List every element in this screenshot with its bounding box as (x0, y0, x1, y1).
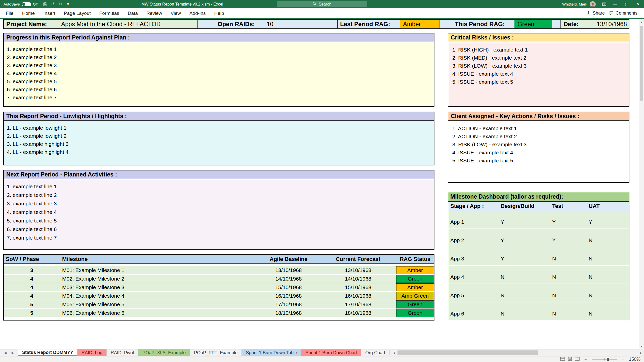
date-value[interactable]: 13/10/1968 (590, 20, 629, 28)
uat-cell[interactable]: Y (587, 219, 629, 225)
menu-help[interactable]: Help (210, 8, 228, 18)
text-line[interactable]: 5. example text line 5 (7, 216, 431, 225)
text-line[interactable]: 3. example text line 3 (7, 199, 431, 208)
milestone-cell[interactable]: M04: Example Milestone 4 (60, 293, 257, 299)
text-line[interactable]: 7. example text line 7 (7, 234, 431, 242)
lowlights-section-body[interactable]: 1. LL - example lowlight 1 2. LL - examp… (3, 121, 434, 165)
rag-status-cell[interactable]: Amb-Green (396, 292, 434, 300)
forecast-cell[interactable]: 15/10/1968 (320, 284, 396, 290)
text-line[interactable]: 2. ACTION - example text 2 (452, 132, 626, 141)
progress-section-title[interactable]: Progress in this Report Period Against P… (3, 33, 434, 42)
baseline-cell[interactable]: 14/10/1968 (257, 276, 320, 282)
horizontal-scrollbar-thumb[interactable] (397, 350, 538, 355)
rag-status-cell[interactable]: Green (396, 275, 434, 283)
menu-formulas[interactable]: Formulas (95, 8, 124, 18)
baseline-cell[interactable]: 17/10/1968 (257, 301, 320, 307)
page-layout-view-icon[interactable] (568, 357, 572, 362)
this-period-rag-label[interactable]: This Period RAG: (453, 20, 514, 28)
last-period-rag-value[interactable]: Amber (400, 20, 439, 28)
horizontal-scrollbar-track[interactable] (397, 349, 638, 356)
text-line[interactable]: 4. ISSUE - example text 4 (452, 70, 626, 78)
zoom-out-button[interactable]: − (584, 357, 588, 362)
scroll-up-icon[interactable]: ▲ (639, 19, 644, 25)
horizontal-scrollbar[interactable]: ◄ ► (389, 349, 644, 356)
col-test[interactable]: Test (550, 203, 587, 209)
text-line[interactable]: 6. example text line 6 (7, 225, 431, 234)
rag-status-cell[interactable]: Green (396, 300, 434, 308)
forecast-cell[interactable]: 14/10/1968 (320, 276, 396, 282)
app-cell[interactable]: App 4 (448, 274, 499, 280)
rag-status-cell[interactable]: Amber (396, 266, 434, 274)
close-button[interactable]: ✕ (632, 0, 644, 8)
forecast-cell[interactable]: 16/10/1968 (320, 293, 396, 299)
this-period-rag-value[interactable]: Green (514, 20, 552, 28)
design-cell[interactable]: N (499, 311, 550, 317)
project-name-value[interactable]: Apps Mod to the Cloud - REFACTOR (60, 20, 197, 28)
scroll-left-icon[interactable]: ◄ (391, 351, 397, 355)
comments-button[interactable]: Comments (609, 11, 637, 16)
test-cell[interactable]: Y (550, 219, 587, 225)
phase-cell[interactable]: 4 (4, 276, 60, 282)
phase-cell[interactable]: 5 (4, 301, 60, 307)
minimize-button[interactable]: — (609, 0, 621, 8)
forecast-cell[interactable]: 18/10/1968 (320, 310, 396, 316)
menu-page-layout[interactable]: Page Layout (60, 8, 95, 18)
text-line[interactable]: 3. RISK (LOW) - example text 3 (452, 141, 626, 149)
menu-home[interactable]: Home (18, 8, 39, 18)
zoom-slider[interactable] (592, 359, 617, 359)
open-raids-label[interactable]: Open RAIDs: (197, 20, 255, 28)
sheet-tab-raid-pivot[interactable]: RAID_Pivot (107, 349, 138, 356)
menu-addins[interactable]: Add-ins (185, 8, 210, 18)
maximize-button[interactable]: ▢ (621, 0, 632, 8)
milestone-cell[interactable]: M06: Example Milestone 6 (60, 310, 257, 316)
save-icon[interactable] (42, 0, 49, 8)
text-line[interactable]: 7. example text line 7 (7, 94, 431, 102)
text-line[interactable]: 6. example text line 6 (7, 85, 431, 94)
text-line[interactable]: 4. example text line 4 (7, 69, 431, 77)
text-line[interactable]: 3. RISK (LOW) - example text 3 (452, 62, 626, 70)
col-rag-status[interactable]: RAG Status (396, 256, 434, 262)
quick-access-dropdown-icon[interactable]: ▾ (65, 0, 71, 8)
test-cell[interactable]: Y (550, 237, 587, 243)
text-line[interactable]: 2. example text line 2 (7, 191, 431, 199)
account-name[interactable]: Whitfield, Mark (562, 2, 587, 6)
search-box[interactable]: Search (277, 1, 367, 7)
text-line[interactable]: 5. ISSUE - example text 5 (452, 78, 626, 86)
sheet-tab-sprint-chart[interactable]: Sprint 1 Burn Down Chart (301, 349, 361, 356)
baseline-cell[interactable]: 16/10/1968 (257, 293, 320, 299)
sheet-tab-org-chart[interactable]: Org Chart (361, 349, 389, 356)
avatar[interactable] (590, 1, 596, 7)
uat-cell[interactable]: N (587, 311, 629, 317)
col-sow-phase[interactable]: SoW / Phase (4, 256, 60, 262)
last-period-rag-label[interactable]: Last Period RAG: (337, 20, 400, 28)
text-line[interactable]: 5. example text line 5 (7, 77, 431, 85)
menu-insert[interactable]: Insert (39, 8, 60, 18)
baseline-cell[interactable]: 18/10/1968 (257, 310, 320, 316)
rag-status-cell[interactable]: Green (396, 309, 434, 317)
progress-section-body[interactable]: 1. example text line 1 2. example text l… (3, 42, 434, 107)
test-cell[interactable]: N (550, 274, 587, 280)
text-line[interactable]: 1. RISK (HIGH) - example text 1 (452, 46, 626, 54)
phase-cell[interactable]: 3 (4, 267, 60, 273)
date-label[interactable]: Date: (560, 20, 590, 28)
col-agile-baseline[interactable]: Agile Baseline (257, 256, 320, 262)
phase-cell[interactable]: 4 (4, 293, 60, 299)
test-cell[interactable]: N (550, 292, 587, 298)
design-cell[interactable]: Y (499, 237, 550, 243)
sheet-tab-sprint-table[interactable]: Sprint 1 Burn Down Table (242, 349, 301, 356)
baseline-cell[interactable]: 13/10/1968 (257, 267, 320, 273)
next-period-section-title[interactable]: Next Report Period - Planned Activities … (3, 170, 434, 179)
prev-sheet-icon[interactable]: ◀ (4, 351, 7, 355)
col-milestone[interactable]: Milestone (60, 256, 257, 262)
page-break-view-icon[interactable] (575, 357, 580, 362)
text-line[interactable]: 2. example text line 2 (7, 53, 431, 61)
critical-risks-section-title[interactable]: Critical Risks / Issues : (448, 33, 629, 42)
uat-cell[interactable]: N (587, 237, 629, 243)
autosave-switch[interactable] (22, 2, 31, 6)
zoom-in-button[interactable]: + (621, 357, 625, 362)
phase-cell[interactable]: 5 (4, 310, 60, 316)
text-line[interactable]: 4. LL - example highlight 4 (7, 148, 431, 156)
design-cell[interactable]: Y (499, 219, 550, 225)
redo-icon[interactable]: ↻ (57, 0, 64, 8)
scroll-down-icon[interactable]: ▼ (639, 344, 644, 349)
